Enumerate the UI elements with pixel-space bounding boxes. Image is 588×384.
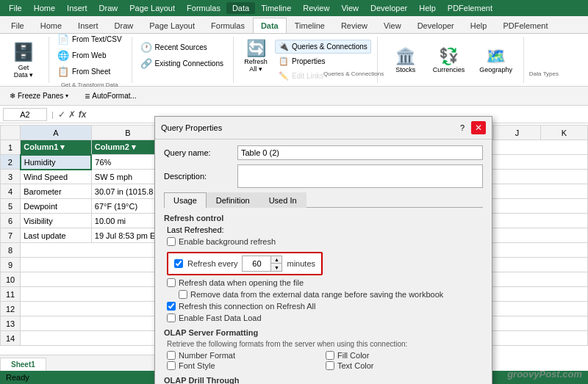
currencies-button[interactable]: 💱 Currencies: [428, 43, 470, 77]
tab-view[interactable]: View: [376, 18, 409, 33]
refresh-on-open-checkbox-item[interactable]: Refresh data when opening the file: [167, 278, 304, 287]
spinner-up-button[interactable]: ▲: [271, 256, 282, 264]
refresh-every-checkbox[interactable]: [174, 259, 183, 268]
tab-pdfelement[interactable]: PDFelement: [495, 18, 556, 33]
menu-home[interactable]: Home: [28, 2, 61, 14]
row-header-14: 14: [1, 331, 21, 346]
dialog-help-button[interactable]: ?: [456, 122, 468, 134]
from-text-csv-button[interactable]: 📄 From Text/CSV: [54, 32, 126, 47]
col-header-b[interactable]: B: [91, 126, 164, 140]
dialog-tab-definition[interactable]: Definition: [207, 192, 259, 208]
tab-developer[interactable]: Developer: [409, 18, 462, 33]
menu-page-layout[interactable]: Page Layout: [123, 2, 181, 14]
refresh-all-checkbox[interactable]: [167, 302, 176, 311]
refresh-every-input[interactable]: [243, 256, 270, 271]
autoformat-icon: ≡: [85, 91, 90, 101]
recent-sources-button[interactable]: 🕐 Recent Sources: [137, 40, 227, 55]
menu-data[interactable]: Data: [226, 2, 255, 14]
menu-draw[interactable]: Draw: [93, 2, 124, 14]
menu-pdfelement[interactable]: PDFelement: [442, 2, 498, 14]
cell-b6[interactable]: 10.00 mi: [91, 214, 164, 228]
tab-home[interactable]: Home: [32, 18, 70, 33]
col-header-a[interactable]: A: [21, 126, 92, 140]
cancel-formula-icon[interactable]: ✗: [68, 109, 76, 120]
fast-load-checkbox[interactable]: [167, 314, 176, 322]
tab-file[interactable]: File: [3, 18, 32, 33]
menu-formulas[interactable]: Formulas: [181, 2, 226, 14]
freeze-panes-button[interactable]: ❄ Freeze Panes ▾: [4, 90, 74, 102]
get-data-button[interactable]: 🗄️ GetData ▾: [4, 40, 43, 81]
col-header-j[interactable]: J: [494, 126, 541, 140]
cell-a6[interactable]: Visibility: [21, 214, 92, 228]
menu-file[interactable]: File: [3, 2, 28, 14]
menubar: File Home Insert Draw Page Layout Formul…: [0, 0, 588, 16]
cell-b1[interactable]: Column2 ▾: [91, 140, 164, 155]
refresh-every-checkbox-item[interactable]: [174, 259, 183, 268]
properties-button[interactable]: 📋 Properties: [275, 54, 371, 68]
cell-b7[interactable]: 19 Jul 8:53 pm E: [91, 228, 164, 243]
cell-b4[interactable]: 30.07 in (1015.8: [91, 184, 164, 199]
spinner-down-button[interactable]: ▼: [271, 264, 282, 271]
remove-data-checkbox[interactable]: [179, 290, 187, 299]
from-web-button[interactable]: 🌐 From Web: [54, 48, 126, 63]
cell-reference-input[interactable]: [3, 108, 47, 121]
autoformat-button[interactable]: ≡ AutoFormat...: [79, 89, 142, 104]
text-color-checkbox[interactable]: [326, 361, 334, 370]
cell-b2[interactable]: 76%: [91, 155, 164, 170]
geography-button[interactable]: 🗺️ Geography: [474, 43, 517, 77]
tab-page-layout[interactable]: Page Layout: [141, 18, 203, 33]
row-header-3: 3: [1, 170, 21, 184]
description-input[interactable]: [237, 164, 483, 188]
tab-review[interactable]: Review: [333, 18, 376, 33]
check-icon[interactable]: ✓: [58, 109, 65, 120]
refresh-all-checkbox-item[interactable]: Refresh this connection on Refresh All: [167, 302, 316, 311]
existing-connections-button[interactable]: 🔗 Existing Connections: [137, 56, 227, 71]
cell-a3[interactable]: Wind Speed: [21, 170, 92, 184]
fill-color-checkbox-item[interactable]: Fill Color: [326, 351, 483, 360]
cell-b3[interactable]: SW 5 mph: [91, 170, 164, 184]
refresh-all-button[interactable]: 🔄 RefreshAll ▾: [238, 37, 273, 75]
fast-load-checkbox-item[interactable]: Enable Fast Data Load: [167, 314, 262, 322]
cell-a1[interactable]: Column1 ▾: [21, 140, 92, 155]
stocks-icon: 🏛️: [395, 47, 415, 66]
enable-bg-refresh-checkbox-item[interactable]: Enable background refresh: [167, 237, 276, 246]
function-icon[interactable]: fx: [79, 109, 87, 120]
cell-a2[interactable]: Humidity: [21, 155, 92, 170]
menu-view[interactable]: View: [335, 2, 365, 14]
refresh-on-open-checkbox[interactable]: [167, 278, 176, 287]
queries-connections-button[interactable]: 🔌 Queries & Connections: [275, 40, 371, 54]
sheet-tab-sheet1[interactable]: Sheet1: [0, 358, 46, 371]
cell-a7[interactable]: Last update: [21, 228, 92, 243]
font-style-checkbox-item[interactable]: Font Style: [167, 361, 324, 370]
cell-b5[interactable]: 67°F (19°C): [91, 199, 164, 214]
dialog-close-button[interactable]: ✕: [471, 121, 486, 134]
enable-bg-refresh-checkbox[interactable]: [167, 237, 176, 246]
menu-help[interactable]: Help: [413, 2, 442, 14]
text-color-checkbox-item[interactable]: Text Color: [326, 361, 483, 370]
tab-insert[interactable]: Insert: [70, 18, 107, 33]
number-format-checkbox-item[interactable]: Number Format: [167, 351, 324, 360]
remove-data-label: Remove data from the external data range…: [190, 290, 443, 299]
fill-color-checkbox[interactable]: [326, 351, 334, 360]
menu-review[interactable]: Review: [297, 2, 335, 14]
refresh-all-label: RefreshAll ▾: [244, 58, 268, 73]
tab-formulas[interactable]: Formulas: [203, 18, 253, 33]
dialog-tab-used-in[interactable]: Used In: [259, 192, 306, 208]
cell-a4[interactable]: Barometer: [21, 184, 92, 199]
tab-draw[interactable]: Draw: [107, 18, 142, 33]
tab-timeline[interactable]: Timeline: [287, 18, 333, 33]
query-name-input[interactable]: [237, 145, 483, 160]
number-format-checkbox[interactable]: [167, 351, 176, 360]
stocks-button[interactable]: 🏛️ Stocks: [388, 43, 423, 77]
col-header-k[interactable]: K: [540, 126, 587, 140]
cell-a5[interactable]: Dewpoint: [21, 199, 92, 214]
menu-timeline[interactable]: Timeline: [255, 2, 297, 14]
remove-data-checkbox-item[interactable]: Remove data from the external data range…: [179, 290, 443, 299]
menu-insert[interactable]: Insert: [61, 2, 93, 14]
menu-developer[interactable]: Developer: [365, 2, 413, 14]
tab-data[interactable]: Data: [253, 18, 287, 33]
dialog-tab-usage[interactable]: Usage: [164, 192, 207, 208]
font-style-checkbox[interactable]: [167, 361, 176, 370]
from-sheet-button[interactable]: 📋 From Sheet: [54, 64, 126, 79]
tab-help[interactable]: Help: [462, 18, 495, 33]
